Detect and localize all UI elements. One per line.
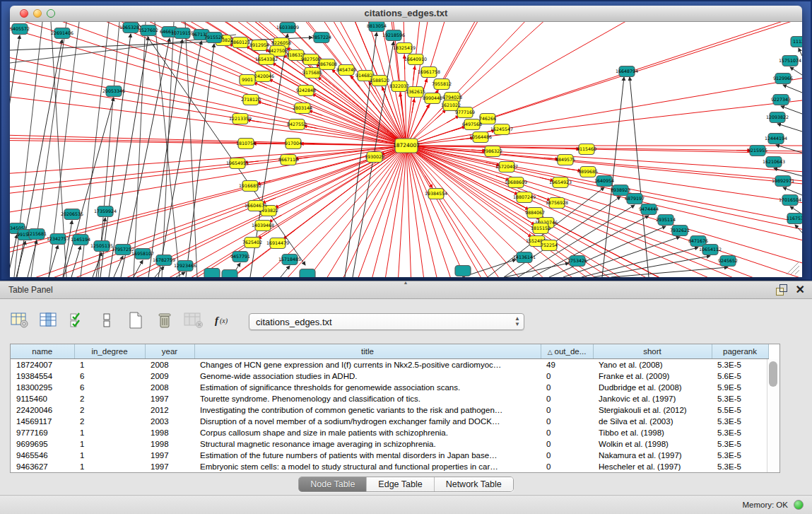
splitter-handle[interactable]: ▲ xyxy=(401,281,410,284)
graph-node[interactable]: 20564486 xyxy=(469,132,492,143)
table-settings-button[interactable] xyxy=(10,311,30,332)
graph-node[interactable] xyxy=(222,270,237,278)
graph-node[interactable] xyxy=(300,269,315,278)
resize-grip[interactable] xyxy=(782,257,801,276)
graph-node[interactable]: 9884067 xyxy=(525,208,545,218)
graph-node[interactable]: 16782759 xyxy=(153,255,175,266)
graph-node[interactable]: 9129966 xyxy=(773,74,793,84)
graph-node[interactable]: 16543382 xyxy=(255,54,278,65)
graph-node[interactable]: 14136141 xyxy=(513,252,536,263)
column-header-short[interactable]: short xyxy=(593,344,712,359)
graph-node[interactable]: 16604675 xyxy=(245,201,267,211)
delete-table-button[interactable] xyxy=(155,311,175,332)
graph-node[interactable]: 14039468 xyxy=(252,221,274,231)
graph-node[interactable]: 12342757 xyxy=(47,234,69,245)
graph-node[interactable]: 19166852 xyxy=(239,181,261,192)
graph-node[interactable]: 1527602 xyxy=(139,25,158,36)
table-selector-dropdown[interactable]: citations_edges.txt ▲▼ xyxy=(249,313,524,330)
tab-network-table[interactable]: Network Table xyxy=(435,477,513,491)
graph-node[interactable]: 16961758 xyxy=(418,67,440,78)
merge-tables-button[interactable] xyxy=(97,311,117,332)
graph-node[interactable]: 7986322 xyxy=(483,146,502,157)
row-selector-button[interactable] xyxy=(68,311,88,332)
table-scrollbar[interactable] xyxy=(767,359,779,472)
graph-node[interactable]: 18756928 xyxy=(546,198,568,209)
graph-node[interactable]: 2803144 xyxy=(293,103,312,114)
graph-node[interactable]: 16648794 xyxy=(616,66,638,77)
graph-node[interactable]: 18807249 xyxy=(513,192,536,203)
graph-node[interactable] xyxy=(455,266,471,276)
close-panel-icon[interactable]: ✕ xyxy=(796,284,805,296)
graph-node[interactable]: 1640954 xyxy=(594,176,614,187)
graph-node[interactable]: 19218596 xyxy=(382,30,405,41)
graph-node[interactable]: 5405572 xyxy=(10,24,30,35)
graph-node[interactable]: 7625402 xyxy=(242,238,262,248)
graph-node[interactable]: 7915526 xyxy=(204,33,224,43)
graph-node[interactable]: 6879197 xyxy=(625,194,645,204)
graph-node[interactable]: 20053346 xyxy=(102,86,125,97)
graph-node[interactable]: 10688609 xyxy=(505,177,527,188)
graph-node[interactable]: 8849575 xyxy=(555,155,575,165)
column-header-in-degree[interactable]: in_degree xyxy=(74,344,145,359)
network-canvas[interactable]: 1872400788601238912954822605884275081654… xyxy=(10,22,802,277)
graph-node[interactable]: 1753426 xyxy=(567,256,587,267)
graph-node[interactable] xyxy=(204,269,220,278)
graph-node[interactable]: 19654923 xyxy=(549,177,572,188)
graph-node[interactable]: 116753 xyxy=(787,214,802,224)
new-document-button[interactable] xyxy=(126,311,146,332)
import-table-disabled-button[interactable] xyxy=(184,311,204,332)
graph-node[interactable]: 6497568 xyxy=(462,119,482,130)
graph-node[interactable]: 8860123 xyxy=(230,37,250,48)
table-row[interactable]: 946554611997Estimation of the future num… xyxy=(11,450,768,461)
graph-node[interactable]: 1215681 xyxy=(27,229,47,240)
graph-node[interactable]: 917004 xyxy=(285,139,302,149)
graph-node[interactable]: 22691406 xyxy=(51,28,73,39)
graph-node[interactable]: 1588520 xyxy=(370,76,389,86)
graph-node[interactable]: 18325419 xyxy=(393,43,416,54)
graph-node[interactable]: 16640910 xyxy=(404,54,427,65)
table-row[interactable]: 977716911998Corpus callosum shape and si… xyxy=(11,427,768,438)
graph-node[interactable]: 19892971 xyxy=(772,176,794,187)
graph-node[interactable]: 752254 xyxy=(541,240,558,251)
graph-node[interactable]: 12923466 xyxy=(174,261,196,271)
graph-node[interactable]: 2867608 xyxy=(317,59,337,70)
graph-node[interactable]: 12505135 xyxy=(90,241,113,252)
graph-node[interactable]: 2718120 xyxy=(241,95,261,105)
graph-node[interactable]: 19654955 xyxy=(226,158,249,169)
graph-node[interactable]: 9901 xyxy=(240,75,255,86)
table-row[interactable]: 911546021997Tourette syndrome. Phenomeno… xyxy=(11,393,768,404)
citation-network-graph[interactable]: 1872400788601238912954822605884275081654… xyxy=(10,22,802,277)
table-row[interactable]: 946362711997Embryonic stem cells: a mode… xyxy=(11,461,768,472)
table-row[interactable]: 1456911722003Disruption of a novel membe… xyxy=(11,416,768,427)
graph-node[interactable]: 12093822 xyxy=(766,112,789,123)
graph-node[interactable]: 8667110 xyxy=(278,155,298,165)
table-row[interactable]: 1938455462009Genome-wide association stu… xyxy=(11,370,768,382)
graph-node[interactable]: 12444194 xyxy=(765,134,787,144)
column-header-year[interactable]: year xyxy=(145,344,194,359)
tab-edge-table[interactable]: Edge Table xyxy=(367,477,434,491)
graph-node[interactable]: 16245547 xyxy=(490,124,513,135)
graph-node[interactable]: 9242848 xyxy=(296,86,316,96)
table-row[interactable]: 969969511998Structural magnetic resonanc… xyxy=(11,438,768,450)
graph-node[interactable]: 9777169 xyxy=(455,107,475,118)
graph-node[interactable]: 9245652 xyxy=(718,256,738,267)
graph-node[interactable]: 7932621 xyxy=(670,226,690,236)
graph-node[interactable]: 1815152 xyxy=(531,223,551,234)
table-scrollbar-thumb[interactable] xyxy=(769,361,777,387)
graph-node[interactable]: 15751074 xyxy=(779,56,801,66)
float-panel-icon[interactable] xyxy=(776,284,787,296)
graph-node[interactable]: 16033809 xyxy=(276,23,299,33)
graph-node[interactable]: 10654112 xyxy=(699,245,722,255)
graph-node[interactable]: 12213359 xyxy=(229,114,252,124)
column-header-name[interactable]: name xyxy=(11,344,74,359)
network-window-titlebar[interactable]: citations_edges.txt xyxy=(10,6,802,22)
graph-node[interactable]: 9899685 xyxy=(578,167,598,177)
tab-node-table[interactable]: Node Table xyxy=(299,477,367,491)
graph-node[interactable]: 2935114 xyxy=(656,215,676,226)
graph-node[interactable]: 8813054 xyxy=(367,22,387,32)
graph-node[interactable]: 16914479 xyxy=(266,238,289,249)
column-header-out-de-[interactable]: △out_de... xyxy=(541,344,593,359)
graph-node[interactable]: 18724007 xyxy=(393,139,420,153)
graph-node[interactable]: 10719155 xyxy=(171,28,194,39)
column-header-title[interactable]: title xyxy=(194,344,541,359)
